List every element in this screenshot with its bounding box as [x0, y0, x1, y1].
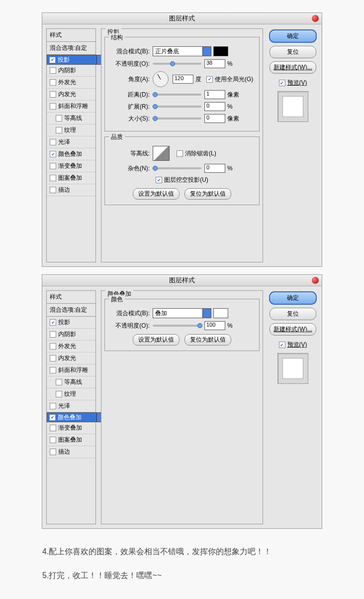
blend-mode-select[interactable]: 叠加	[153, 308, 211, 318]
set-default-button[interactable]: 设置为默认值	[133, 334, 180, 346]
sidebar-item[interactable]: 外发光	[47, 341, 95, 353]
sidebar-item[interactable]: 内阴影	[47, 329, 95, 341]
reset-default-button[interactable]: 复位为默认值	[184, 188, 231, 200]
sidebar-header-styles[interactable]: 样式	[47, 291, 95, 304]
ok-button[interactable]: 确定	[269, 291, 317, 305]
blend-mode-select[interactable]: 正片叠底	[153, 46, 211, 56]
sidebar-item[interactable]: 光泽	[47, 400, 95, 412]
sidebar-item[interactable]: 描边	[47, 184, 95, 196]
cancel-button[interactable]: 复位	[270, 46, 316, 58]
sidebar-item[interactable]: 等高线	[47, 376, 95, 388]
opacity-unit: %	[227, 60, 233, 67]
effect-checkbox[interactable]	[50, 449, 56, 455]
preview-checkbox[interactable]	[279, 342, 285, 348]
sidebar-item[interactable]: 光泽	[47, 136, 95, 148]
close-icon[interactable]	[312, 15, 319, 22]
effect-checkbox[interactable]	[50, 139, 56, 145]
spread-input[interactable]: 0	[204, 102, 225, 111]
sidebar-item[interactable]: 等高线	[47, 113, 95, 124]
effect-checkbox[interactable]	[56, 127, 62, 133]
reset-default-button[interactable]: 复位为默认值	[184, 334, 231, 346]
sidebar-item[interactable]: 外发光	[47, 77, 95, 89]
distance-slider[interactable]	[153, 94, 201, 96]
contour-picker[interactable]	[153, 146, 170, 161]
styles-sidebar: 样式 混合选项:自定 投影内阴影外发光内发光斜面和浮雕等高线纹理光泽颜色叠加渐变…	[46, 28, 96, 262]
sidebar-item-label: 内阴影	[58, 66, 76, 75]
sidebar-item[interactable]: 内发光	[47, 89, 95, 101]
overlay-color-swatch[interactable]	[213, 308, 228, 318]
sidebar-header-blend[interactable]: 混合选项:自定	[47, 42, 95, 55]
close-icon[interactable]	[312, 277, 319, 284]
noise-input[interactable]: 0	[204, 164, 225, 173]
opacity-input[interactable]: 100	[204, 321, 225, 330]
effect-checkbox[interactable]	[50, 331, 56, 338]
shadow-color-swatch[interactable]	[213, 46, 228, 56]
sidebar-item[interactable]: 斜面和浮雕	[47, 364, 95, 376]
sidebar-item-label: 投影	[58, 56, 70, 64]
effect-checkbox[interactable]	[56, 391, 62, 397]
effect-checkbox[interactable]	[50, 437, 56, 443]
sidebar-item[interactable]: 颜色叠加	[47, 412, 105, 422]
sidebar-item[interactable]: 描边	[47, 446, 95, 458]
sidebar-item[interactable]: 纹理	[47, 388, 95, 400]
preview-checkbox[interactable]	[279, 80, 285, 86]
opacity-input[interactable]: 38	[204, 59, 225, 68]
effect-checkbox[interactable]	[56, 115, 62, 121]
sidebar-item-label: 投影	[58, 318, 70, 327]
opacity-slider[interactable]	[153, 325, 201, 327]
sidebar-item[interactable]: 渐变叠加	[47, 422, 95, 434]
sidebar-header-blend[interactable]: 混合选项:自定	[47, 304, 95, 317]
antialias-checkbox[interactable]	[177, 150, 183, 157]
sidebar-item[interactable]: 投影	[47, 317, 95, 329]
sidebar-item[interactable]: 内阴影	[47, 65, 95, 77]
sidebar-item[interactable]: 投影	[47, 55, 105, 65]
sidebar-item[interactable]: 内发光	[47, 353, 95, 364]
angle-dial[interactable]	[153, 71, 169, 87]
sidebar-item-label: 等高线	[64, 378, 82, 386]
sidebar-item[interactable]: 图案叠加	[47, 434, 95, 446]
noise-slider[interactable]	[153, 167, 201, 169]
effect-checkbox[interactable]	[50, 425, 56, 431]
ok-button[interactable]: 确定	[269, 29, 317, 43]
spread-slider[interactable]	[153, 106, 201, 108]
size-unit: 像素	[227, 115, 239, 123]
color-legend: 颜色	[109, 295, 125, 304]
effect-checkbox[interactable]	[50, 319, 56, 326]
effect-checkbox[interactable]	[49, 57, 56, 63]
sidebar-item[interactable]: 渐变叠加	[47, 160, 95, 172]
sidebar-header-styles[interactable]: 样式	[47, 29, 95, 42]
titlebar: 图层样式	[42, 275, 322, 286]
effect-checkbox[interactable]	[50, 403, 56, 409]
effect-checkbox[interactable]	[50, 355, 56, 361]
cancel-button[interactable]: 复位	[270, 308, 316, 320]
size-input[interactable]: 0	[204, 114, 225, 123]
effect-checkbox[interactable]	[50, 91, 56, 98]
effect-checkbox[interactable]	[50, 103, 56, 110]
effect-checkbox[interactable]	[50, 163, 56, 169]
angle-input[interactable]: 120	[173, 75, 193, 84]
sidebar-item-label: 颜色叠加	[58, 413, 82, 422]
size-slider[interactable]	[153, 118, 201, 120]
set-default-button[interactable]: 设置为默认值	[133, 188, 180, 200]
knockout-checkbox[interactable]	[156, 177, 162, 183]
effect-checkbox[interactable]	[50, 187, 56, 193]
effect-checkbox[interactable]	[49, 414, 56, 421]
sidebar-item[interactable]: 颜色叠加	[47, 148, 95, 160]
angle-label: 角度(A):	[109, 75, 150, 84]
sidebar-item[interactable]: 斜面和浮雕	[47, 101, 95, 113]
effect-checkbox[interactable]	[50, 79, 56, 86]
effect-checkbox[interactable]	[50, 67, 56, 74]
new-style-button[interactable]: 新建样式(W)...	[270, 323, 316, 336]
global-light-checkbox[interactable]	[206, 76, 213, 83]
distance-input[interactable]: 1	[204, 90, 225, 99]
new-style-button[interactable]: 新建样式(W)...	[270, 61, 316, 74]
sidebar-item[interactable]: 纹理	[47, 124, 95, 136]
effect-checkbox[interactable]	[50, 151, 56, 157]
effect-checkbox[interactable]	[50, 367, 56, 373]
effect-checkbox[interactable]	[56, 379, 62, 385]
effect-checkbox[interactable]	[50, 175, 56, 181]
opacity-slider[interactable]	[153, 63, 201, 65]
structure-legend: 结构	[109, 33, 125, 42]
sidebar-item[interactable]: 图案叠加	[47, 172, 95, 184]
effect-checkbox[interactable]	[50, 343, 56, 350]
